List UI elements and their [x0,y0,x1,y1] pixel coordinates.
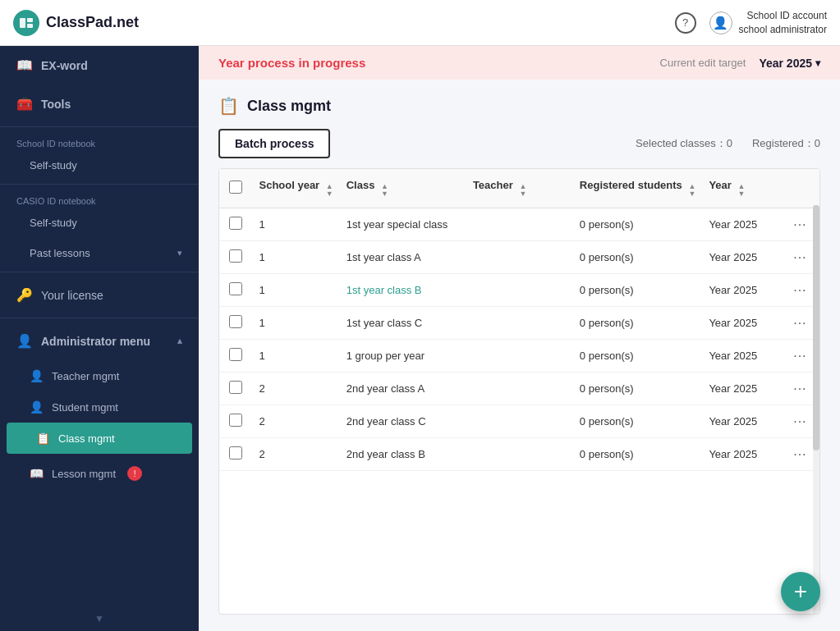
user-area[interactable]: 👤 School ID account school administrator [709,9,827,37]
cell-teacher [466,373,573,405]
table-row: 1 1st year special class 0 person(s) Yea… [219,208,819,241]
sidebar-item-class-mgmt[interactable]: 📋 Class mgmt [7,423,192,454]
year-target-button[interactable]: Year 2025 ▾ [759,57,820,70]
select-all-checkbox[interactable] [229,181,242,194]
row-more-button[interactable]: ··· [790,316,810,331]
cell-registered: 0 person(s) [573,307,703,340]
year-sort-icon: ▲▼ [737,183,745,198]
cell-year: Year 2025 [702,340,780,373]
cell-school-year: 2 [252,405,339,438]
add-class-fab[interactable]: + [781,572,820,611]
student-icon: 👤 [30,400,44,414]
row-more-button[interactable]: ··· [790,250,810,265]
cell-year: Year 2025 [702,208,780,241]
admin-menu-label: Administrator menu [41,335,150,348]
cell-registered: 0 person(s) [573,241,703,274]
logo-area: ClassPad.net [13,10,139,36]
class-mgmt-label: Class mgmt [58,432,115,445]
row-checkbox[interactable] [229,381,242,394]
cell-registered: 0 person(s) [573,208,703,241]
row-checkbox[interactable] [229,446,242,460]
cell-teacher [466,274,573,307]
license-icon: 🔑 [16,287,33,303]
sidebar: 📖 EX-word 🧰 Tools School ID notebook Sel… [0,46,199,631]
cell-year: Year 2025 [702,373,780,405]
col-header-year[interactable]: Year ▲▼ [702,169,780,208]
content-area: Year process in progress Current edit ta… [199,46,840,631]
row-checkbox[interactable] [229,217,242,230]
row-checkbox[interactable] [229,414,242,427]
cell-teacher [466,438,573,471]
scrollbar-indicator [813,205,819,614]
class-text: 1 group per year [347,350,425,362]
cell-school-year: 1 [252,241,339,274]
row-more-button[interactable]: ··· [790,217,810,232]
sidebar-admin-menu[interactable]: 👤 Administrator menu ▴ [0,322,199,360]
col-header-class[interactable]: Class ▲▼ [340,169,466,208]
row-checkbox[interactable] [229,249,242,263]
sidebar-item-self-study-2[interactable]: Self-study [0,208,199,238]
col-header-check[interactable] [219,169,252,208]
row-more-button[interactable]: ··· [790,382,810,396]
col-header-school-year[interactable]: School year ▲▼ [252,169,339,208]
header: ClassPad.net ? 👤 School ID account schoo… [0,0,840,46]
self-study-1-label: Self-study [30,159,77,171]
page-content: 📋 Class mgmt Batch process Selected clas… [199,80,840,631]
header-icons: ? 👤 School ID account school administrat… [675,9,827,37]
table-row: 2 2nd year class A 0 person(s) Year 2025… [219,373,819,405]
table-row: 2 2nd year class B 0 person(s) Year 2025… [219,438,819,471]
user-line2: school administrator [739,23,827,37]
current-edit-label: Current edit target [660,57,746,69]
self-study-2-label: Self-study [30,217,77,229]
class-icon: 📋 [36,432,50,445]
col-header-teacher[interactable]: Teacher ▲▼ [466,169,573,208]
svg-rect-0 [20,18,25,28]
tools-icon: 🧰 [16,96,33,112]
sidebar-item-tools[interactable]: 🧰 Tools [0,85,199,123]
svg-rect-1 [27,18,33,22]
registered-sort-icon: ▲▼ [688,183,695,198]
col-header-registered[interactable]: Registered students ▲▼ [573,169,703,208]
sidebar-item-student-mgmt[interactable]: 👤 Student mgmt [0,391,199,423]
class-text: 2nd year class B [347,448,425,460]
row-checkbox[interactable] [229,348,242,361]
batch-process-button[interactable]: Batch process [218,129,330,158]
cell-registered: 0 person(s) [573,274,703,307]
sidebar-item-lesson-mgmt[interactable]: 📖 Lesson mgmt ! [0,457,199,490]
sidebar-item-past-lessons[interactable]: Past lessons ▾ [0,238,199,268]
row-more-button[interactable]: ··· [790,414,810,429]
cell-school-year: 1 [252,307,339,340]
help-button[interactable]: ? [675,12,696,34]
cell-teacher [466,340,573,373]
year-target-chevron: ▾ [815,57,820,69]
table-scroll[interactable]: School year ▲▼ Class ▲▼ Teacher ▲▼ [219,169,819,614]
exword-icon: 📖 [16,57,33,73]
cell-registered: 0 person(s) [573,405,703,438]
student-mgmt-label: Student mgmt [52,401,118,414]
sidebar-item-your-license[interactable]: 🔑 Your license [0,276,199,314]
cell-class: 2nd year class C [340,405,466,438]
table-row: 1 1 group per year 0 person(s) Year 2025… [219,340,819,373]
year-banner: Year process in progress Current edit ta… [199,46,840,80]
cell-year: Year 2025 [702,241,780,274]
row-more-button[interactable]: ··· [790,447,810,462]
sidebar-item-self-study-1[interactable]: Self-study [0,150,199,181]
tools-label: Tools [41,98,71,111]
row-more-button[interactable]: ··· [790,349,810,364]
cell-school-year: 2 [252,438,339,471]
row-more-button[interactable]: ··· [790,283,810,298]
lesson-icon: 📖 [30,467,44,480]
sidebar-item-exword[interactable]: 📖 EX-word [0,46,199,85]
row-checkbox[interactable] [229,315,242,328]
cell-class: 1st year class B [340,274,466,307]
page-header-icon: 📋 [218,96,239,116]
class-sort-icon: ▲▼ [381,183,388,198]
class-link[interactable]: 1st year class B [347,284,422,296]
sidebar-divider-3 [0,272,199,272]
admin-menu-icon: 👤 [16,333,33,349]
sidebar-item-teacher-mgmt[interactable]: 👤 Teacher mgmt [0,360,199,391]
col-header-actions [781,169,819,208]
cell-class: 1 group per year [340,340,466,373]
teacher-sort-icon: ▲▼ [519,183,526,198]
row-checkbox[interactable] [229,282,242,295]
